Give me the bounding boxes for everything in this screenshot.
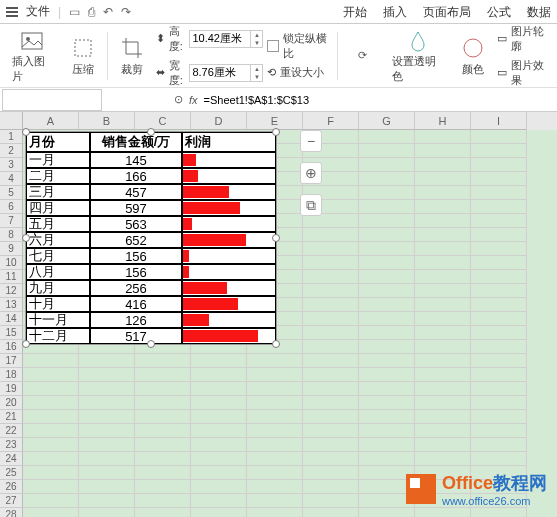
table-row: 二月166	[26, 168, 276, 184]
column-headers: ABCDEFGHI	[23, 112, 557, 130]
droplet-icon	[404, 28, 432, 54]
insert-picture-button[interactable]: 插入图片	[6, 28, 59, 84]
row-header[interactable]: 6	[0, 200, 23, 214]
row-header[interactable]: 3	[0, 158, 23, 172]
column-header[interactable]: C	[135, 112, 191, 130]
ribbon: 插入图片 压缩 裁剪 ⬍ 高度: ▲▼ ⬌ 宽度: ▲▼ 锁定纵横比 ⟲重设大小…	[0, 24, 557, 88]
table-row: 五月563	[26, 216, 276, 232]
row-header[interactable]: 19	[0, 382, 23, 396]
width-spinner[interactable]: ▲▼	[189, 64, 263, 82]
table-row: 八月156	[26, 264, 276, 280]
resize-handle[interactable]	[22, 234, 30, 242]
row-header[interactable]: 14	[0, 312, 23, 326]
table-row: 十一月126	[26, 312, 276, 328]
tab-formula[interactable]: 公式	[487, 4, 511, 21]
zoom-tool[interactable]: ⊕	[300, 162, 322, 184]
row-header[interactable]: 24	[0, 452, 23, 466]
print-icon[interactable]: ⎙	[88, 5, 95, 19]
save-icon[interactable]: ▭	[69, 5, 80, 19]
svg-rect-0	[22, 33, 42, 49]
table-row: 六月652	[26, 232, 276, 248]
resize-handle[interactable]	[272, 128, 280, 136]
table-row: 四月597	[26, 200, 276, 216]
tab-layout[interactable]: 页面布局	[423, 4, 471, 21]
row-header[interactable]: 5	[0, 186, 23, 200]
row-header[interactable]: 16	[0, 340, 23, 354]
picture-effect-button[interactable]: ▭图片效果	[497, 58, 551, 88]
column-header[interactable]: B	[79, 112, 135, 130]
table-row: 九月256	[26, 280, 276, 296]
height-spinner[interactable]: ▲▼	[189, 30, 263, 48]
formula-input[interactable]	[204, 94, 404, 106]
row-header[interactable]: 26	[0, 480, 23, 494]
palette-icon	[459, 34, 487, 62]
row-header[interactable]: 20	[0, 396, 23, 410]
row-header[interactable]: 28	[0, 508, 23, 517]
crop-icon	[118, 34, 146, 62]
resize-handle[interactable]	[272, 340, 280, 348]
lock-ratio-checkbox[interactable]	[267, 40, 278, 52]
svg-point-1	[26, 37, 30, 41]
transparency-button[interactable]: 设置透明色	[386, 28, 449, 84]
fx-icon[interactable]: ⊙	[174, 93, 183, 106]
resize-handle[interactable]	[272, 234, 280, 242]
outline-icon: ▭	[497, 32, 507, 45]
tab-start[interactable]: 开始	[343, 4, 367, 21]
row-header[interactable]: 7	[0, 214, 23, 228]
row-header[interactable]: 15	[0, 326, 23, 340]
width-icon: ⬌	[156, 66, 165, 79]
resize-handle[interactable]	[147, 128, 155, 136]
row-header[interactable]: 12	[0, 284, 23, 298]
spreadsheet: 1234567891011121314151617181920212223242…	[0, 112, 557, 517]
column-header[interactable]: A	[23, 112, 79, 130]
row-header[interactable]: 11	[0, 270, 23, 284]
tab-data[interactable]: 数据	[527, 4, 551, 21]
embedded-table-object[interactable]: 月份 销售金额/万 利润 一月145二月166三月457四月597五月563六月…	[25, 131, 277, 345]
select-all-corner[interactable]	[0, 112, 23, 130]
menu-icon[interactable]	[6, 7, 18, 17]
ribbon-tabs: 开始 插入 页面布局 公式 数据	[343, 0, 551, 24]
column-header[interactable]: F	[303, 112, 359, 130]
row-header[interactable]: 22	[0, 424, 23, 438]
row-header[interactable]: 9	[0, 242, 23, 256]
row-header[interactable]: 2	[0, 144, 23, 158]
effect-icon: ▭	[497, 66, 507, 79]
undo-icon[interactable]: ↶	[103, 5, 113, 19]
cell-grid[interactable]: 月份 销售金额/万 利润 一月145二月166三月457四月597五月563六月…	[23, 130, 557, 517]
row-header[interactable]: 23	[0, 438, 23, 452]
tab-insert[interactable]: 插入	[383, 4, 407, 21]
column-header[interactable]: H	[415, 112, 471, 130]
row-header[interactable]: 25	[0, 466, 23, 480]
row-header[interactable]: 10	[0, 256, 23, 270]
table-header: 销售金额/万	[90, 132, 182, 152]
crop-button[interactable]: 裁剪	[112, 28, 152, 84]
file-menu[interactable]: 文件	[26, 3, 50, 20]
column-header[interactable]: G	[359, 112, 415, 130]
name-box[interactable]	[2, 89, 102, 111]
row-header[interactable]: 4	[0, 172, 23, 186]
minus-tool[interactable]: −	[300, 130, 322, 152]
row-header[interactable]: 13	[0, 298, 23, 312]
compress-button[interactable]: 压缩	[63, 28, 103, 84]
redo-icon[interactable]: ↷	[121, 5, 131, 19]
rotate-button[interactable]: ⟳	[342, 28, 382, 84]
resize-handle[interactable]	[22, 128, 30, 136]
reset-size-button[interactable]: ⟲重设大小	[267, 65, 333, 80]
svg-rect-2	[75, 40, 91, 56]
compress-icon	[69, 34, 97, 62]
office-logo-icon	[406, 474, 436, 504]
row-header[interactable]: 8	[0, 228, 23, 242]
svg-point-3	[464, 39, 482, 57]
row-header[interactable]: 17	[0, 354, 23, 368]
row-header[interactable]: 1	[0, 130, 23, 144]
resize-handle[interactable]	[147, 340, 155, 348]
row-header[interactable]: 21	[0, 410, 23, 424]
picture-outline-button[interactable]: ▭图片轮廓	[497, 24, 551, 54]
color-button[interactable]: 颜色	[453, 28, 493, 84]
crop-tool[interactable]: ⧉	[300, 194, 322, 216]
row-header[interactable]: 27	[0, 494, 23, 508]
column-header[interactable]: I	[471, 112, 527, 130]
row-header[interactable]: 18	[0, 368, 23, 382]
resize-handle[interactable]	[22, 340, 30, 348]
column-header[interactable]: D	[191, 112, 247, 130]
